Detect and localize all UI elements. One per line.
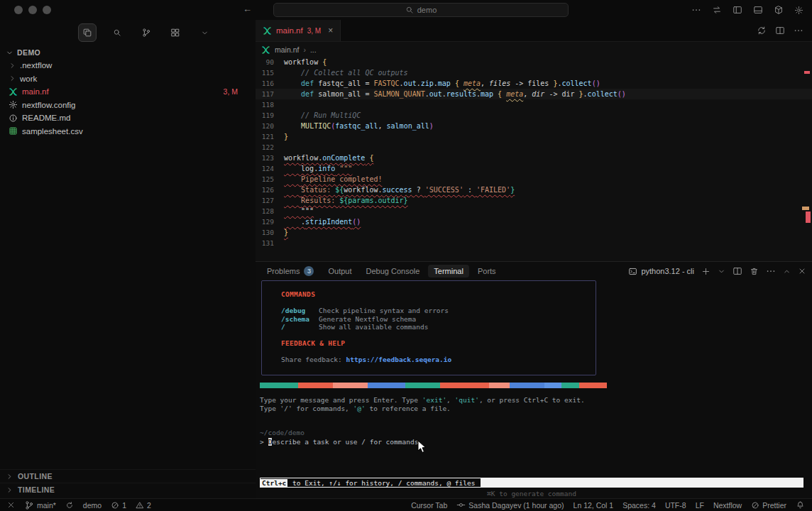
split-icon[interactable] — [733, 266, 742, 276]
status-item-1[interactable]: 1 — [111, 501, 126, 510]
explorer-section-header[interactable]: DEMO — [0, 45, 256, 59]
status-item-utf-8[interactable]: UTF-8 — [665, 501, 686, 510]
layout-panel-icon[interactable] — [753, 5, 763, 15]
more-icon[interactable] — [766, 266, 776, 276]
code-line[interactable]: 129 .stripIndent() — [256, 216, 812, 227]
status-item-sasha-dagayev-1-hour-ago-[interactable]: Sasha Dagayev (1 hour ago) — [456, 500, 564, 510]
sidebar-section-timeline[interactable]: TIMELINE — [0, 483, 256, 496]
code-line[interactable]: 124 log.info """ — [256, 163, 812, 174]
activity-copy-button[interactable] — [78, 23, 97, 42]
maximize-window-button[interactable] — [43, 6, 51, 14]
command-center-search[interactable]: demo — [273, 3, 569, 17]
code-line[interactable]: 126 Status: ${workflow.success ? 'SUCCES… — [256, 185, 812, 195]
trash-icon[interactable] — [750, 267, 759, 276]
code-line[interactable]: 90workflow { — [256, 57, 812, 67]
overview-ruler-warning-mark — [802, 207, 809, 210]
cube-icon[interactable] — [774, 5, 784, 15]
tree-item-nextflow-config[interactable]: nextflow.config — [0, 99, 256, 112]
terminal-view[interactable]: COMMANDS /debug Check pipeline syntax an… — [256, 280, 812, 499]
back-arrow-icon[interactable]: ← — [243, 4, 252, 14]
code-line[interactable]: 117 def salmon_all = SALMON_QUANT.out.re… — [256, 89, 812, 99]
tree-item-readme-md[interactable]: README.md — [0, 111, 256, 125]
chevron-right-icon — [9, 75, 16, 82]
active-terminal-chip[interactable]: python3.12 - cli — [628, 267, 694, 276]
panel-tab-terminal[interactable]: Terminal — [428, 265, 469, 278]
gear-icon[interactable] — [794, 6, 803, 15]
breadcrumb-file[interactable]: main.nf — [275, 45, 299, 54]
swap-icon[interactable] — [712, 5, 722, 15]
tree-item-samplesheet-csv[interactable]: samplesheet.csv — [0, 125, 256, 138]
tree-item--nextflow[interactable]: .nextflow — [0, 59, 256, 72]
status-item-nextflow[interactable]: Nextflow — [713, 501, 742, 510]
status-item[interactable] — [7, 501, 15, 509]
tree-item-main-nf[interactable]: main.nf3, M — [0, 85, 256, 99]
layout-sidebar-icon[interactable] — [733, 5, 742, 15]
status-item-ln-12-col-1[interactable]: Ln 12, Col 1 — [574, 501, 614, 510]
sidebar-section-outline[interactable]: OUTLINE — [0, 469, 256, 483]
titlebar-actions — [691, 0, 803, 20]
status-item-lf[interactable]: LF — [696, 501, 704, 510]
status-item-demo[interactable]: demo — [83, 501, 102, 510]
shell-label: python3.12 - cli — [641, 267, 694, 275]
minimize-window-button[interactable] — [28, 6, 37, 14]
feedback-link[interactable]: https://feedback.seqera.io — [346, 356, 452, 363]
code-line[interactable]: 125 Pipeline completed! — [256, 174, 812, 185]
line-number: 90 — [256, 57, 284, 67]
panel-tab-ports[interactable]: Ports — [472, 265, 502, 278]
status-item[interactable] — [65, 501, 74, 510]
tab-main-nf[interactable]: main.nf 3, M × — [256, 20, 341, 41]
close-window-button[interactable] — [14, 6, 23, 14]
window-controls[interactable] — [14, 6, 51, 14]
breadcrumb-symbol[interactable]: ... — [310, 45, 317, 54]
sidebar-bottom-sections: OUTLINE TIMELINE — [0, 469, 256, 496]
code-line[interactable]: 120 MULTIQC(fastqc_all, salmon_all) — [256, 121, 812, 131]
code-editor[interactable]: 90workflow {115 // Collect all QC output… — [256, 57, 812, 262]
code-line[interactable]: 115 // Collect all QC outputs — [256, 67, 812, 78]
status-item-prettier[interactable]: Prettier — [751, 501, 786, 510]
code-line[interactable]: 123workflow.onComplete { — [256, 153, 812, 163]
code-line[interactable]: 116 def fastqc_all = FASTQC.out.zip.map … — [256, 78, 812, 89]
status-item-label: 2 — [147, 501, 151, 510]
help-line: Type '/' for commands, '@' to reference … — [260, 405, 585, 413]
command-row: /debug Check pipeline syntax and errors — [281, 307, 596, 315]
status-item[interactable] — [796, 500, 805, 510]
code-line[interactable]: 122 — [256, 142, 812, 153]
code-line[interactable]: 121} — [256, 131, 812, 142]
activity-branch-button[interactable] — [138, 24, 155, 41]
plus-icon[interactable] — [701, 267, 710, 276]
code-line[interactable]: 118 — [256, 99, 812, 110]
panel-tab-label: Debug Console — [366, 267, 420, 275]
terminal-input[interactable]: Describe a task or use / for commands — [268, 438, 419, 446]
code-line[interactable]: 119 // Run MultiQC — [256, 110, 812, 121]
search-value: demo — [417, 6, 437, 14]
activity-grid-button[interactable] — [167, 24, 184, 41]
code-line[interactable]: 130} — [256, 227, 812, 238]
close-icon[interactable] — [798, 267, 806, 275]
terminal-prompt-line[interactable]: >Describe a task or use / for commands — [260, 438, 418, 446]
breadcrumb[interactable]: main.nf › ... — [256, 42, 812, 57]
panel-tab-problems[interactable]: Problems 3 — [261, 264, 319, 278]
activity-search-button[interactable] — [109, 24, 126, 41]
line-number: 123 — [256, 153, 284, 163]
status-item-spaces-4[interactable]: Spaces: 4 — [622, 501, 656, 510]
status-item-main-[interactable]: main* — [24, 500, 56, 510]
nextflow-icon — [261, 45, 270, 55]
code-line[interactable]: 128 """ — [256, 206, 812, 216]
breadcrumb-separator: › — [303, 45, 306, 54]
more-icon[interactable] — [691, 5, 701, 15]
compare-icon[interactable] — [757, 26, 767, 35]
close-tab-icon[interactable]: × — [328, 26, 333, 35]
code-line[interactable]: 127 Results: ${params.outdir} — [256, 195, 812, 206]
status-item-2[interactable]: 2 — [136, 501, 151, 510]
split-icon[interactable] — [775, 26, 785, 35]
share-feedback-label: Share feedback: — [281, 356, 342, 363]
panel-tab-debug-console[interactable]: Debug Console — [361, 265, 426, 278]
chevron-down-icon[interactable] — [718, 268, 725, 275]
activity-chevron-down-button[interactable] — [196, 24, 213, 41]
more-icon[interactable] — [794, 26, 803, 35]
chevron-up-icon[interactable] — [783, 268, 791, 275]
code-line[interactable]: 131 — [256, 238, 812, 248]
tree-item-work[interactable]: work — [0, 72, 256, 86]
status-item-cursor-tab[interactable]: Cursor Tab — [411, 501, 447, 510]
panel-tab-output[interactable]: Output — [322, 265, 357, 278]
